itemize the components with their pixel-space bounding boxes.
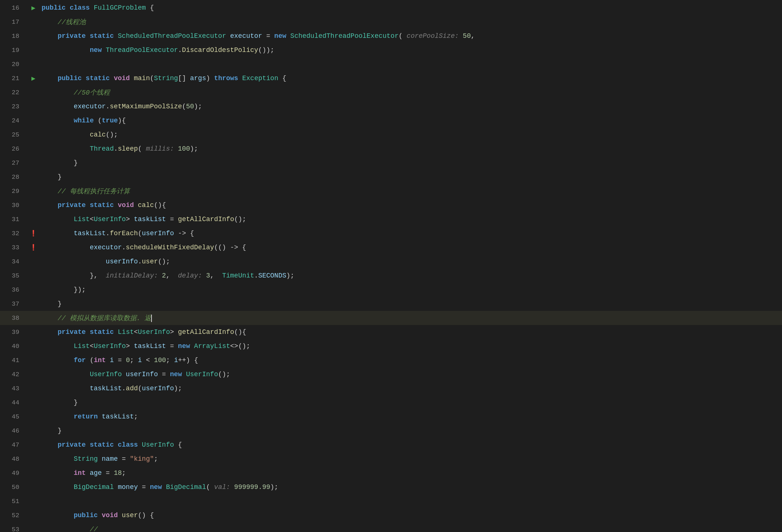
code-line-26: 26 Thread.sleep( millis: 100); xyxy=(0,142,782,156)
line-content-22: //50个线程 xyxy=(40,88,782,97)
line-content-34: userInfo.user(); xyxy=(40,258,782,265)
line-number-21: 21 xyxy=(0,75,27,82)
line-number-49: 49 xyxy=(0,470,27,477)
line-content-50: BigDecimal money = new BigDecimal( val: … xyxy=(40,483,782,491)
code-line-51: 51 xyxy=(0,494,782,508)
line-content-53: // xyxy=(40,526,782,532)
line-number-45: 45 xyxy=(0,413,27,420)
code-line-23: 23 executor.setMaximumPoolSize(50); xyxy=(0,99,782,114)
code-line-19: 19 new ThreadPoolExecutor.DiscardOldestP… xyxy=(0,43,782,57)
code-line-39: 39 private static List<UserInfo> getAllC… xyxy=(0,325,782,339)
line-number-32: 32 xyxy=(0,230,27,237)
code-line-17: 17 //线程池 xyxy=(0,15,782,29)
code-line-48: 48 String name = "king"; xyxy=(0,452,782,466)
line-number-52: 52 xyxy=(0,512,27,519)
code-line-30: 30 private static void calc(){ xyxy=(0,198,782,212)
code-line-38: 38 // 模拟从数据库读取数据. 返 xyxy=(0,311,782,325)
code-line-37: 37 } xyxy=(0,297,782,311)
line-number-39: 39 xyxy=(0,329,27,336)
line-content-18: private static ScheduledThreadPoolExecut… xyxy=(40,32,782,40)
line-number-17: 17 xyxy=(0,19,27,26)
code-line-16: 16▶public class FullGCProblem { xyxy=(0,1,782,15)
code-line-47: 47 private static class UserInfo { xyxy=(0,438,782,452)
line-number-26: 26 xyxy=(0,145,27,152)
code-line-33: 33❗ executor.scheduleWithFixedDelay(() -… xyxy=(0,240,782,254)
error-marker-32: ❗ xyxy=(27,230,40,237)
code-line-35: 35 }, initialDelay: 2, delay: 3, TimeUni… xyxy=(0,269,782,283)
run-button-16[interactable]: ▶ xyxy=(32,4,36,12)
code-line-34: 34 userInfo.user(); xyxy=(0,254,782,269)
line-number-37: 37 xyxy=(0,301,27,308)
line-content-25: calc(); xyxy=(40,131,782,138)
line-content-23: executor.setMaximumPoolSize(50); xyxy=(40,103,782,110)
line-content-44: } xyxy=(40,399,782,406)
code-line-25: 25 calc(); xyxy=(0,128,782,142)
code-line-40: 40 List<UserInfo> taskList = new ArrayLi… xyxy=(0,339,782,353)
line-number-24: 24 xyxy=(0,117,27,124)
line-content-27: } xyxy=(40,159,782,167)
line-content-49: int age = 18; xyxy=(40,469,782,477)
code-line-46: 46 } xyxy=(0,424,782,438)
line-content-48: String name = "king"; xyxy=(40,455,782,463)
run-button-21[interactable]: ▶ xyxy=(32,74,36,82)
line-content-33: executor.scheduleWithFixedDelay(() -> { xyxy=(40,244,782,251)
line-number-38: 38 xyxy=(0,315,27,322)
line-content-37: } xyxy=(40,300,782,308)
line-number-33: 33 xyxy=(0,244,27,251)
code-line-29: 29 // 每线程执行任务计算 xyxy=(0,184,782,198)
code-line-52: 52 public void user() { xyxy=(0,508,782,522)
line-number-16: 16 xyxy=(0,4,27,12)
line-number-18: 18 xyxy=(0,33,27,40)
line-content-41: for (int i = 0; i < 100; i++) { xyxy=(40,357,782,364)
line-content-29: // 每线程执行任务计算 xyxy=(40,187,782,196)
line-content-38: // 模拟从数据库读取数据. 返 xyxy=(40,313,782,322)
line-content-17: //线程池 xyxy=(40,17,782,26)
line-number-47: 47 xyxy=(0,441,27,449)
code-line-44: 44 } xyxy=(0,395,782,410)
line-number-36: 36 xyxy=(0,286,27,293)
code-editor: 16▶public class FullGCProblem {17 //线程池1… xyxy=(0,0,782,532)
line-number-25: 25 xyxy=(0,131,27,138)
line-content-47: private static class UserInfo { xyxy=(40,441,782,449)
line-content-30: private static void calc(){ xyxy=(40,201,782,209)
line-content-32: taskList.forEach(userInfo -> { xyxy=(40,230,782,237)
line-content-42: UserInfo userInfo = new UserInfo(); xyxy=(40,371,782,378)
code-line-22: 22 //50个线程 xyxy=(0,85,782,99)
code-line-24: 24 while (true){ xyxy=(0,114,782,128)
code-line-28: 28 } xyxy=(0,170,782,184)
line-number-44: 44 xyxy=(0,399,27,406)
line-number-42: 42 xyxy=(0,371,27,378)
code-line-49: 49 int age = 18; xyxy=(0,466,782,480)
line-content-39: private static List<UserInfo> getAllCard… xyxy=(40,328,782,336)
line-content-26: Thread.sleep( millis: 100); xyxy=(40,145,782,152)
code-line-31: 31 List<UserInfo> taskList = getAllCardI… xyxy=(0,212,782,226)
line-number-19: 19 xyxy=(0,47,27,54)
line-number-22: 22 xyxy=(0,89,27,96)
code-line-43: 43 taskList.add(userInfo); xyxy=(0,381,782,395)
line-number-35: 35 xyxy=(0,272,27,279)
line-content-19: new ThreadPoolExecutor.DiscardOldestPoli… xyxy=(40,46,782,54)
line-content-31: List<UserInfo> taskList = getAllCardInfo… xyxy=(40,216,782,223)
code-line-20: 20 xyxy=(0,57,782,71)
line-content-43: taskList.add(userInfo); xyxy=(40,385,782,392)
line-content-52: public void user() { xyxy=(40,512,782,519)
code-line-36: 36 }); xyxy=(0,283,782,297)
code-content[interactable]: 16▶public class FullGCProblem {17 //线程池1… xyxy=(0,0,782,532)
line-content-28: } xyxy=(40,173,782,181)
line-number-30: 30 xyxy=(0,202,27,209)
code-line-21: 21▶ public static void main(String[] arg… xyxy=(0,71,782,85)
line-number-31: 31 xyxy=(0,216,27,223)
line-content-24: while (true){ xyxy=(40,117,782,124)
code-line-41: 41 for (int i = 0; i < 100; i++) { xyxy=(0,353,782,367)
code-line-45: 45 return taskList; xyxy=(0,410,782,424)
line-content-40: List<UserInfo> taskList = new ArrayList<… xyxy=(40,342,782,350)
line-content-36: }); xyxy=(40,286,782,293)
line-content-46: } xyxy=(40,427,782,434)
line-number-40: 40 xyxy=(0,343,27,350)
code-line-53: 53 // xyxy=(0,522,782,532)
code-line-50: 50 BigDecimal money = new BigDecimal( va… xyxy=(0,480,782,494)
line-number-48: 48 xyxy=(0,456,27,463)
code-line-42: 42 UserInfo userInfo = new UserInfo(); xyxy=(0,367,782,381)
line-number-50: 50 xyxy=(0,484,27,491)
line-content-16: public class FullGCProblem { xyxy=(40,4,782,12)
